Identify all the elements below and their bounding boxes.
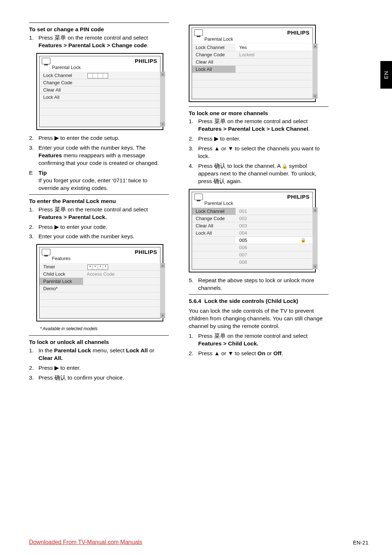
osd-channel: 007: [236, 251, 313, 259]
step: 2.Press ▲ or ▼ to select On or Off.: [189, 350, 328, 357]
osd-menu-right: [83, 72, 160, 127]
osd-channel-selected: 005🔒: [236, 237, 313, 244]
osd-item: Lock All: [192, 230, 236, 237]
step: 3.Press 确认 to confirm your choice.: [29, 374, 169, 382]
lock-icon: 🔒: [301, 237, 306, 244]
section-heading: To lock or unlock all channels: [29, 339, 169, 346]
osd-scrollbar: ▵▿: [160, 72, 165, 127]
osd-channel: 008: [236, 259, 313, 266]
footnote: * Available in selected models: [40, 326, 169, 332]
osd-list: Lock Channel Change Code Clear All Lock …: [40, 72, 160, 127]
step: 1.Press 菜单 on the remote control and sel…: [29, 206, 169, 221]
osd-item-selected: Lock Channel: [192, 208, 236, 215]
osd-screenshot: PHILIPS Parental Lock Lock Channel Chang…: [189, 189, 316, 273]
step-list: 1.Press 菜单 on the remote control and sel…: [189, 332, 328, 357]
osd-item: Clear All: [192, 58, 236, 66]
osd-screenshot: PHILIPS Parental Lock Lock Channel Chang…: [36, 53, 163, 130]
osd-item: Lock All: [40, 94, 83, 101]
step: 2.Press ▶ to enter the code setup.: [29, 134, 169, 142]
osd-item: Clear All: [40, 86, 83, 94]
step-list: 1.Press 菜单 on the remote control and sel…: [29, 206, 169, 241]
osd-value: [83, 263, 160, 271]
step: 3.Enter your code with the number keys.: [29, 233, 169, 240]
osd-breadcrumb: Parental Lock: [40, 64, 160, 71]
step-text: Press ▶ to enter the code setup.: [38, 134, 169, 142]
step-text: Press ▶ to enter.: [198, 135, 328, 143]
step-text: Press 菜单 on the remote control and selec…: [198, 332, 328, 348]
section-heading: To set or change a PIN code: [29, 26, 169, 33]
step: 1.In the Parental Lock menu, select Lock…: [29, 347, 169, 362]
osd-scrollbar: ▵▿: [160, 263, 165, 318]
step-text: Enter your code with the number keys.: [38, 233, 169, 240]
lock-icon: 🔒: [282, 164, 287, 169]
step: 1.Press 菜单 on the remote control and sel…: [189, 118, 328, 133]
step-list: 5.Repeat the above steps to lock or unlo…: [189, 277, 328, 292]
osd-value: [83, 72, 160, 79]
osd-channel: 002: [236, 215, 313, 222]
step-list: 1.Press 菜单 on the remote control and sel…: [189, 118, 328, 185]
osd-channel: 001: [236, 208, 313, 215]
brand-label: PHILIPS: [135, 57, 157, 65]
step: 2.Press ▶ to enter.: [29, 364, 169, 372]
divider: [29, 23, 169, 23]
osd-channel: 003: [236, 222, 313, 230]
step-text: Press 菜单 on the remote control and selec…: [38, 206, 169, 221]
section-heading: To lock one or more channels: [189, 110, 328, 117]
tv-icon: [42, 58, 50, 64]
osd-item: Change Code: [192, 51, 236, 58]
osd-breadcrumb: Features: [40, 255, 160, 262]
osd-item-selected: Parental Lock: [40, 278, 83, 285]
step-text: Press ▲ or ▼ to select the channels you …: [198, 145, 328, 160]
step-text: Press ▶ to enter.: [38, 364, 169, 372]
step: 3.Enter your code with the number keys. …: [29, 144, 169, 167]
step-text: Press ▶ to enter your code.: [38, 223, 169, 231]
osd-breadcrumb: Parental Lock: [192, 36, 313, 42]
step-list: 1. Press 菜单 on the remote control and se…: [29, 34, 169, 49]
page-footer: Downloaded From TV-Manual.com Manuals EN…: [29, 538, 368, 546]
step-text: Repeat the above steps to lock or unlock…: [198, 277, 328, 292]
language-tab: EN: [380, 61, 392, 89]
tip: E Tip: [29, 169, 169, 177]
osd-breadcrumb: Parental Lock: [192, 200, 313, 207]
step: 1. Press 菜单 on the remote control and se…: [29, 34, 169, 49]
step: 2.Press ▶ to enter.: [189, 135, 328, 143]
language-tab-text: EN: [383, 71, 390, 79]
section-heading: 5.6.4 Lock the side controls (Child Lock…: [189, 297, 328, 305]
divider: [189, 106, 328, 107]
osd-channel: 006: [236, 244, 313, 251]
step-text: Press 确认 to lock the channel. A 🔒 symbol…: [198, 162, 328, 185]
osd-item-selected: Lock All: [192, 66, 236, 73]
brand-label: PHILIPS: [287, 193, 310, 200]
tip-label: Tip: [38, 169, 47, 177]
osd-scrollbar: ▵▿: [313, 207, 318, 269]
right-column: PHILIPS Parental Lock Lock Channel Chang…: [189, 20, 328, 384]
section-heading: To enter the Parental Lock menu: [29, 198, 169, 205]
osd-screenshot: PHILIPS Features Timer Child Lock Parent…: [36, 244, 163, 321]
step-text: In the Parental Lock menu, select Lock A…: [38, 347, 169, 362]
osd-item: Lock Channel: [192, 44, 236, 51]
step: 1.Press 菜单 on the remote control and sel…: [189, 332, 328, 348]
step: 4.Press 确认 to lock the channel. A 🔒 symb…: [189, 162, 328, 185]
osd-item: Demo*: [40, 285, 83, 292]
content-columns: To set or change a PIN code 1. Press 菜单 …: [29, 20, 368, 384]
step-number: 2.: [29, 134, 38, 142]
step-text: Press 菜单 on the remote control and selec…: [198, 118, 328, 133]
step: 5.Repeat the above steps to lock or unlo…: [189, 277, 328, 292]
brand-label: PHILIPS: [135, 248, 157, 256]
osd-item: Lock Channel: [40, 72, 83, 79]
download-link[interactable]: Downloaded From TV-Manual.com Manuals: [29, 538, 142, 546]
osd-value: Yes: [236, 44, 313, 51]
osd-item: Change Code: [192, 215, 236, 222]
tv-icon: [194, 194, 203, 200]
brand-label: PHILIPS: [287, 29, 310, 36]
divider: [189, 294, 328, 295]
tv-icon: [42, 249, 50, 255]
divider: [29, 335, 169, 336]
step: 3.Press ▲ or ▼ to select the channels yo…: [189, 145, 328, 160]
manual-page: EN To set or change a PIN code 1. Press …: [0, 0, 392, 555]
osd-scrollbar: ▵▿: [313, 44, 318, 99]
divider: [29, 194, 169, 195]
page-number: EN-21: [353, 539, 368, 546]
step-text: Press ▲ or ▼ to select On or Off.: [198, 350, 328, 357]
osd-value: Access Code: [83, 271, 160, 278]
